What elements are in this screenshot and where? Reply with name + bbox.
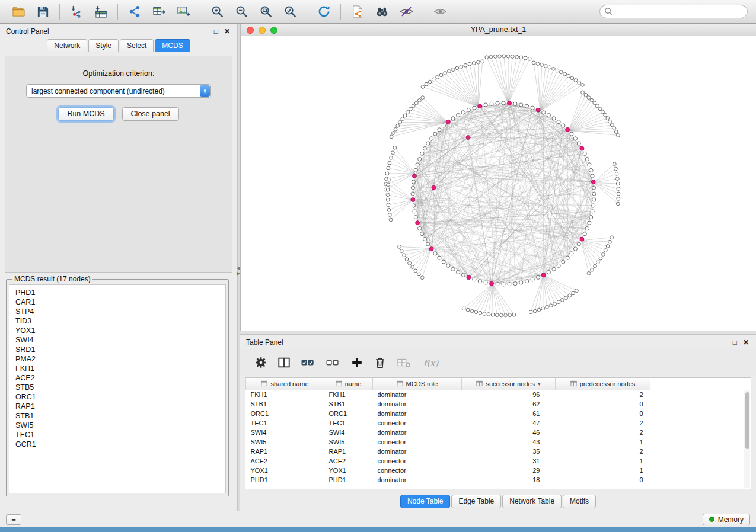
select-stepper-icon: ▲▼ bbox=[200, 85, 210, 97]
cell-shared-name: TEC1 bbox=[246, 418, 324, 428]
scrollbar-thumb[interactable] bbox=[745, 392, 749, 449]
column-header-MCDS-role[interactable]: MCDS role bbox=[373, 378, 462, 390]
svg-text:f(x): f(x) bbox=[423, 358, 439, 368]
cell-mcds-role: connector bbox=[373, 456, 462, 466]
open-file-icon[interactable] bbox=[8, 3, 28, 21]
mcds-node-item[interactable]: SWI4 bbox=[15, 335, 225, 345]
mcds-node-item[interactable]: PMA2 bbox=[15, 354, 225, 364]
memory-button[interactable]: Memory bbox=[703, 514, 750, 525]
mcds-node-item[interactable]: PHD1 bbox=[15, 288, 225, 297]
optimization-criterion-value: largest connected component (undirected) bbox=[31, 87, 165, 95]
table-tab-node-table[interactable]: Node Table bbox=[400, 495, 451, 508]
table-row[interactable]: ACE2ACE2connector311 bbox=[246, 456, 751, 466]
export-image-icon[interactable] bbox=[173, 3, 193, 21]
mcds-node-item[interactable]: ORC1 bbox=[15, 392, 225, 402]
cell-predecessor-nodes: 2 bbox=[556, 390, 650, 399]
mcds-node-item[interactable]: ACE2 bbox=[15, 373, 225, 383]
save-session-icon[interactable] bbox=[33, 3, 53, 21]
hide-graphics-icon[interactable] bbox=[430, 3, 450, 21]
table-tabs: Node TableEdge TableNetwork TableMotifs bbox=[240, 495, 756, 508]
minimize-window-button[interactable] bbox=[259, 27, 266, 34]
optimization-criterion-select[interactable]: largest connected component (undirected)… bbox=[26, 84, 211, 98]
table-row[interactable]: ORC1ORC1dominator610 bbox=[246, 409, 751, 418]
search-input[interactable] bbox=[599, 5, 748, 18]
column-header-predecessor-nodes[interactable]: predecessor nodes bbox=[556, 378, 650, 390]
mcds-node-item[interactable]: GCR1 bbox=[15, 440, 225, 449]
export-network-icon[interactable] bbox=[125, 3, 145, 21]
mcds-node-item[interactable]: SRD1 bbox=[15, 345, 225, 354]
close-window-button[interactable] bbox=[247, 27, 254, 34]
mcds-node-item[interactable]: CAR1 bbox=[15, 297, 225, 307]
close-panel-button[interactable]: Close panel bbox=[122, 107, 179, 121]
float-panel-icon[interactable]: □ bbox=[214, 24, 218, 39]
deselect-all-rows-icon[interactable] bbox=[326, 356, 340, 369]
show-graphics-details-icon[interactable] bbox=[396, 3, 416, 21]
mcds-node-item[interactable]: FKH1 bbox=[15, 364, 225, 373]
column-header-successor-nodes[interactable]: successor nodes▾ bbox=[462, 378, 556, 390]
cell-successor-nodes: 61 bbox=[462, 409, 556, 418]
mcds-node-item[interactable]: RAP1 bbox=[15, 402, 225, 411]
table-row[interactable]: PHD1PHD1dominator180 bbox=[246, 475, 751, 485]
column-header-name[interactable]: name bbox=[324, 378, 373, 390]
column-visibility-icon[interactable] bbox=[277, 356, 291, 369]
import-table-from-file-icon[interactable] bbox=[91, 3, 111, 21]
cell-successor-nodes: 35 bbox=[462, 447, 556, 456]
table-settings-icon[interactable] bbox=[254, 356, 267, 369]
mcds-node-item[interactable]: SWI5 bbox=[15, 421, 225, 430]
table-row[interactable]: SWI4SWI4dominator462 bbox=[246, 428, 751, 437]
tab-mcds[interactable]: MCDS bbox=[155, 39, 190, 52]
mcds-node-item[interactable]: YOX1 bbox=[15, 326, 225, 335]
zoom-out-icon[interactable] bbox=[231, 3, 251, 21]
zoom-in-icon[interactable] bbox=[207, 3, 227, 21]
toolbar-separator bbox=[117, 4, 118, 20]
table-row[interactable]: FKH1FKH1dominator962 bbox=[246, 390, 751, 399]
table-row[interactable]: RAP1RAP1dominator352 bbox=[246, 447, 751, 456]
cell-name: STB1 bbox=[324, 399, 373, 409]
search-network-icon[interactable] bbox=[372, 3, 392, 21]
table-tab-edge-table[interactable]: Edge Table bbox=[451, 495, 501, 508]
mcds-node-item[interactable]: TID3 bbox=[15, 316, 225, 326]
toolbar-separator bbox=[200, 4, 200, 20]
table-tab-network-table[interactable]: Network Table bbox=[502, 495, 562, 508]
network-edges bbox=[385, 56, 618, 315]
table-row[interactable]: YOX1YOX1connector291 bbox=[246, 466, 751, 475]
mcds-node-item[interactable]: STP4 bbox=[15, 307, 225, 316]
tab-select[interactable]: Select bbox=[120, 39, 154, 52]
horizontal-splitter[interactable] bbox=[240, 331, 756, 335]
mcds-node-item[interactable]: STB1 bbox=[15, 411, 225, 421]
cell-predecessor-nodes: 2 bbox=[556, 428, 650, 437]
table-row[interactable]: TEC1TEC1connector472 bbox=[246, 418, 751, 428]
cell-name: PHD1 bbox=[324, 475, 373, 485]
delete-rows-icon[interactable] bbox=[374, 356, 387, 369]
table-scrollbar[interactable] bbox=[744, 390, 750, 488]
mcds-node-item[interactable]: STB5 bbox=[15, 383, 225, 392]
zoom-fit-icon[interactable] bbox=[256, 3, 276, 21]
mcds-result-title: MCDS result (17 nodes) bbox=[12, 275, 92, 283]
table-panel-titlebar: Table Panel □ ✕ bbox=[240, 335, 756, 350]
table-row[interactable]: STB1STB1dominator620 bbox=[246, 399, 751, 409]
cell-successor-nodes: 47 bbox=[462, 418, 556, 428]
refresh-view-icon[interactable] bbox=[314, 3, 334, 21]
import-network-from-file-icon[interactable] bbox=[66, 3, 87, 21]
cell-predecessor-nodes: 2 bbox=[556, 447, 650, 456]
float-table-panel-icon[interactable]: □ bbox=[733, 335, 737, 350]
export-table-icon[interactable] bbox=[149, 3, 169, 21]
close-table-panel-icon[interactable]: ✕ bbox=[743, 335, 749, 350]
maximize-window-button[interactable] bbox=[270, 27, 277, 34]
column-header-shared-name[interactable]: shared name bbox=[246, 378, 324, 390]
task-history-icon[interactable]: ≡ bbox=[6, 514, 21, 525]
toolbar-separator bbox=[307, 4, 307, 20]
select-all-rows-icon[interactable] bbox=[301, 356, 315, 369]
tab-style[interactable]: Style bbox=[88, 39, 119, 52]
cell-predecessor-nodes: 2 bbox=[556, 418, 650, 428]
close-panel-icon[interactable]: ✕ bbox=[224, 24, 230, 39]
tab-network[interactable]: Network bbox=[47, 39, 87, 52]
network-canvas[interactable] bbox=[241, 36, 755, 330]
mcds-node-item[interactable]: TEC1 bbox=[15, 430, 225, 440]
table-tab-motifs[interactable]: Motifs bbox=[563, 495, 596, 508]
clone-network-icon[interactable] bbox=[347, 3, 368, 21]
run-mcds-button[interactable]: Run MCDS bbox=[58, 107, 113, 121]
table-row[interactable]: SWI5SWI5connector431 bbox=[246, 437, 751, 447]
add-row-icon[interactable] bbox=[350, 356, 363, 369]
zoom-selected-icon[interactable] bbox=[280, 3, 300, 21]
